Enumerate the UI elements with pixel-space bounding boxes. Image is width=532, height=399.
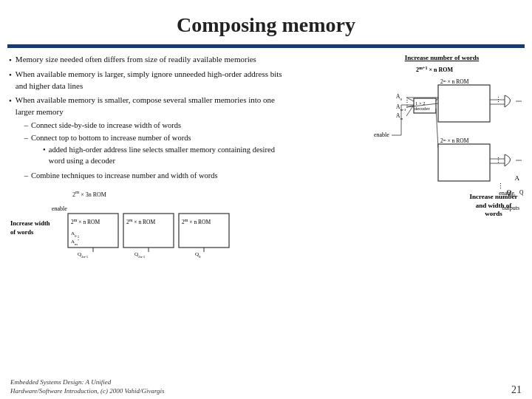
svg-text:A0: A0: [396, 93, 402, 101]
svg-text:Am: Am: [396, 112, 403, 120]
sub-text-2: Connect top to bottom to increase number…: [31, 132, 282, 168]
output-q2n1-mid: Q2n-1: [134, 251, 146, 259]
citation: Embedded Systems Design: A Unified Hardw…: [10, 378, 165, 396]
svg-text:2m+1 × n  ROM: 2m+1 × n ROM: [416, 66, 453, 73]
right-column: Increase number of words 2m+1 × n ROM 2m…: [288, 54, 523, 270]
dash-1: –: [24, 120, 28, 131]
svg-text:2m × n  ROM: 2m × n ROM: [440, 78, 469, 85]
sub-list: – Connect side-by-side to increase width…: [24, 120, 282, 181]
inc-words-title: Increase number of words: [361, 54, 523, 61]
list-item-1: • Memory size needed often differs from …: [9, 54, 282, 66]
svg-text:⋮: ⋮: [75, 234, 81, 241]
svg-text:of words: of words: [10, 228, 34, 236]
dash-2: –: [24, 132, 28, 168]
dash-3: –: [24, 170, 28, 181]
page-number: 21: [511, 384, 522, 396]
svg-rect-15: [438, 85, 490, 122]
footer: Embedded Systems Design: A Unified Hardw…: [0, 378, 532, 396]
sub-text-1: Connect side-by-side to increase width o…: [31, 120, 181, 131]
page-title: Composing memory: [0, 0, 532, 44]
content-area: • Memory size needed often differs from …: [0, 48, 532, 270]
a-label: A: [515, 174, 520, 182]
sub-sub-list: • added high-order address line selects …: [43, 144, 282, 166]
sub-sub-text-1: added high-order address line selects sm…: [49, 144, 282, 166]
bullet-dot-2: •: [9, 69, 12, 92]
bullet-text-1: Memory size needed often differs from si…: [16, 54, 256, 66]
sub-sub-item-1: • added high-order address line selects …: [43, 144, 282, 166]
outputs-label: outputs: [502, 205, 519, 211]
svg-text:2m × n  ROM: 2m × n ROM: [440, 137, 469, 144]
sub-item-3: – Combine techniques to increase number …: [24, 170, 282, 181]
increase-words-svg: 2m+1 × n ROM 2m × n ROM A0 Am-1 Am ⋮ 1 ×…: [361, 63, 523, 262]
list-item-2: • When available memory is larger, simpl…: [9, 69, 282, 92]
bullet-dot-3: •: [9, 95, 12, 183]
bullet-small: •: [43, 144, 46, 166]
left-column: • Memory size needed often differs from …: [9, 54, 282, 270]
output-q0: Q0: [195, 251, 201, 259]
increase-words-section: Increase number of words 2m+1 × n ROM 2m…: [361, 54, 523, 264]
svg-text:decoder: decoder: [415, 106, 430, 111]
bullet-list: • Memory size needed often differs from …: [9, 54, 282, 183]
bullet-dot-1: •: [9, 55, 12, 66]
inc-width-label: Increase width: [10, 219, 50, 227]
svg-text:⋮: ⋮: [497, 183, 504, 190]
sub-item-1: – Connect side-by-side to increase width…: [24, 120, 282, 131]
sub-text-3: Combine techniques to increase number an…: [31, 170, 218, 181]
enable-bottom-right: enable: [499, 190, 514, 197]
svg-text:⋮: ⋮: [495, 157, 502, 164]
list-item-3: • When available memory is smaller, comp…: [9, 95, 282, 183]
enable-label-bottom: enable: [52, 205, 67, 212]
rom-top-label: 2m × 3n ROM: [9, 188, 282, 199]
bottom-diagram-area: 2m × 3n ROM enable 2m × n ROM 2m × n ROM…: [9, 188, 282, 270]
bullet-text-2: When available memory is larger, simply …: [16, 69, 282, 92]
output-q2n1-left: Q2n-1: [78, 251, 89, 259]
sub-item-2: – Connect top to bottom to increase numb…: [24, 132, 282, 168]
svg-rect-31: [438, 144, 490, 181]
enable-label-right: enable: [374, 132, 389, 138]
bullet-text-3: When available memory is smaller, compos…: [16, 95, 282, 183]
increase-width-diagram: enable 2m × n ROM 2m × n ROM 2m × n ROM …: [9, 200, 275, 267]
